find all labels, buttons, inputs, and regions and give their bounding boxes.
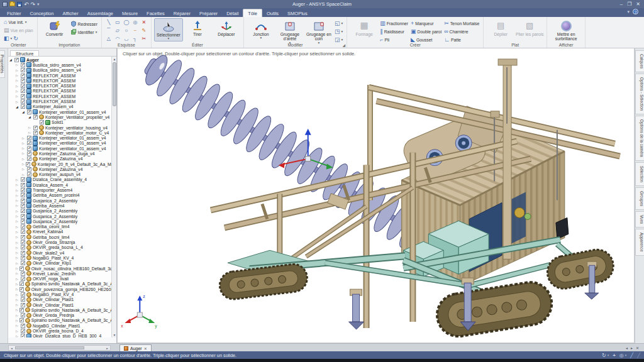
tree-expander-icon[interactable] — [22, 151, 26, 155]
tree-vertical-scrollbar[interactable]: ▲ ▼ — [111, 57, 116, 337]
help-icon[interactable]: ? — [633, 9, 638, 14]
ribbon-tab[interactable]: Conception — [26, 9, 58, 17]
tree-expander-icon[interactable] — [22, 110, 26, 114]
tree-expander-icon[interactable] — [16, 246, 19, 250]
right-dock-tab[interactable]: Sélection — [635, 162, 644, 186]
tree-row[interactable]: Spiralno svrdlo_Nastavak_A_Default_3c_A — [8, 318, 111, 323]
tree-checkbox[interactable] — [21, 214, 25, 219]
tree-expander-icon[interactable] — [16, 94, 19, 98]
charniere-button[interactable]: ∞Charnière — [443, 28, 480, 35]
right-dock-tab[interactable]: Calques — [635, 50, 644, 72]
sketch-tool-icon[interactable] — [131, 35, 140, 43]
tree-checkbox[interactable] — [40, 120, 44, 124]
tree-checkbox[interactable] — [21, 297, 25, 302]
tree-checkbox[interactable] — [27, 136, 31, 140]
tree-row[interactable]: Kontejner_ventilator_01_assem_v4 — [8, 135, 111, 140]
tree-expander-icon[interactable] — [16, 329, 19, 333]
tree-expander-icon[interactable] — [16, 199, 19, 202]
tree-expander-icon[interactable] — [16, 298, 19, 302]
orbit-icon[interactable] — [602, 353, 606, 358]
tree-row[interactable]: Kontejner_ventilator_01_assem_v4 — [8, 109, 111, 114]
tree-checkbox[interactable] — [21, 183, 25, 187]
marqueur-button[interactable]: +Marqueur — [409, 19, 443, 27]
sketch-tool-icon[interactable] — [131, 18, 140, 26]
zoom-icon[interactable] — [619, 353, 624, 358]
tree-expander-icon[interactable] — [22, 157, 26, 161]
tree-expander-icon[interactable] — [16, 319, 18, 322]
ribbon-tab[interactable]: Mesure — [118, 9, 142, 17]
sketch-tool-icon[interactable] — [140, 18, 148, 26]
tenon-mortaise-button[interactable]: ✂Tenon Mortaise — [443, 19, 480, 27]
tree-checkbox[interactable] — [21, 272, 25, 276]
tree-expander-icon[interactable] — [16, 194, 19, 197]
tree-checkbox[interactable] — [27, 110, 31, 114]
tree-expander-icon[interactable] — [16, 79, 19, 82]
tree-row[interactable]: Kontejner_Zaluzina_v4 — [8, 156, 111, 162]
tree-expander-icon[interactable] — [16, 256, 19, 260]
tree-expander-icon[interactable] — [16, 277, 19, 281]
grugeage-coin-button[interactable]: Grugeage en coin ▾ — [304, 18, 333, 45]
tree-row[interactable]: OKVIR_greda_bocna_L_4 — [8, 245, 111, 250]
tree-row[interactable]: Kontejner_ventilator_motor_C_v4 — [8, 130, 111, 135]
modifier-extra-2-button[interactable]: ◳▾ — [333, 28, 344, 35]
ribbon-tab[interactable]: Facettes — [142, 9, 169, 17]
tree-checkbox[interactable] — [33, 131, 38, 135]
tree-row[interactable]: Dizalica_Crane_assembly_4 — [8, 177, 111, 182]
maximize-button[interactable]: ❐ — [627, 1, 631, 7]
tree-expander-icon[interactable] — [16, 308, 18, 312]
tab-scroll-right-icon[interactable]: ▸ — [631, 346, 633, 350]
sketch-tool-icon[interactable] — [113, 35, 122, 43]
tree-checkbox[interactable] — [21, 245, 25, 250]
orient-extra-buttons[interactable]: ◧ ▾ ↻ — [3, 35, 35, 42]
minimize-button[interactable]: – — [620, 1, 623, 7]
deplacer-button[interactable]: Déplacer — [212, 18, 241, 36]
close-tab-icon[interactable]: ✕ — [144, 346, 147, 351]
tree-checkbox[interactable] — [21, 104, 25, 109]
scroll-up-icon[interactable]: ▲ — [112, 57, 117, 62]
sketch-tool-icon[interactable] — [104, 26, 113, 35]
scrollbar-thumb[interactable] — [113, 62, 116, 106]
undo-icon[interactable] — [24, 1, 29, 8]
raidisseur-button[interactable]: ∥Raidisseur — [379, 28, 409, 35]
vue-init-button[interactable]: ⌂ Vue init. ▾ — [3, 18, 35, 26]
sketch-tool-icon[interactable] — [122, 18, 131, 26]
tree-expander-icon[interactable] — [16, 293, 19, 297]
tree-checkbox[interactable] — [27, 151, 31, 156]
sketch-tool-icon[interactable] — [104, 18, 113, 26]
tree-row[interactable]: OKVIR_greda_bocna_D_4 — [8, 328, 111, 333]
crawler-track-right[interactable] — [545, 247, 616, 292]
ribbon-tab[interactable]: Détail — [222, 9, 243, 17]
tree-expander-icon[interactable] — [16, 230, 19, 234]
ribbon-options-dropdown-icon[interactable] — [627, 9, 630, 14]
tree-expander-icon[interactable] — [16, 74, 19, 77]
tree-expander-icon[interactable] — [16, 209, 19, 213]
tree-checkbox[interactable] — [21, 74, 25, 78]
ribbon-tab[interactable]: Fichier — [3, 9, 26, 17]
tree-row[interactable]: Okvir_poveznica_gornja_HEB260_HE260B — [8, 287, 111, 292]
tree-row[interactable]: Kontejner_Ventilator_propeller_v4 — [8, 114, 111, 119]
tirer-button[interactable]: Tirer — [183, 18, 212, 36]
tree-row[interactable]: Busilica_sidro_assem_v4 — [8, 68, 111, 73]
right-dock-tab[interactable]: Options de la caméra — [635, 116, 644, 161]
tree-expander-icon[interactable] — [16, 235, 19, 239]
tree-checkbox[interactable] — [21, 324, 25, 328]
tree-expander-icon[interactable] — [16, 100, 19, 104]
tree-checkbox[interactable] — [21, 177, 25, 182]
tree-checkbox[interactable] — [21, 303, 25, 307]
tree-checkbox[interactable] — [21, 199, 25, 203]
tree-checkbox[interactable] — [33, 126, 38, 130]
right-dock-tab[interactable]: Options - Sélection — [635, 74, 644, 114]
tree-checkbox[interactable] — [19, 308, 24, 312]
tree-expander-icon[interactable] — [16, 334, 19, 337]
tree-row[interactable]: Okvir_Cilindar_Plast1 — [8, 302, 111, 307]
tree-checkbox[interactable] — [21, 334, 25, 337]
sketch-tool-icon[interactable] — [122, 35, 131, 43]
tree-checkbox[interactable] — [19, 318, 24, 322]
tree-checkbox[interactable] — [21, 209, 25, 213]
tree-row[interactable]: NogaBG_Plast_KV_4 — [8, 255, 111, 260]
tree-row[interactable]: Okvir_Cilindar_Klip1 — [8, 261, 111, 266]
tree-checkbox[interactable] — [21, 79, 25, 83]
tree-checkbox[interactable] — [21, 89, 25, 93]
tree-expander-icon[interactable] — [22, 167, 26, 171]
tree-row[interactable]: Getriba_Assem4 — [8, 203, 111, 208]
